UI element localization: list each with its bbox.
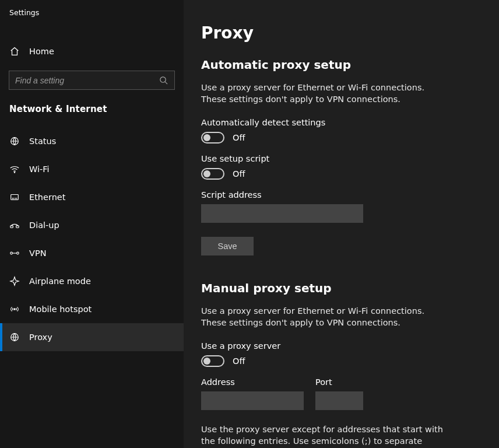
search-box[interactable] — [9, 71, 175, 90]
section-desc-auto: Use a proxy server for Ethernet or Wi-Fi… — [201, 82, 452, 105]
svg-point-8 — [14, 309, 15, 310]
sidebar-item-label: Ethernet — [29, 192, 65, 202]
exceptions-desc: Use the proxy server except for addresse… — [201, 424, 452, 448]
address-port-row: Address Port — [201, 377, 499, 410]
sidebar-item-dialup[interactable]: Dial-up — [0, 211, 184, 239]
sidebar: Settings Home Network & Internet — [0, 0, 184, 448]
sidebar-item-airplane[interactable]: Airplane mode — [0, 267, 184, 295]
sidebar-item-wifi[interactable]: Wi-Fi — [0, 155, 184, 183]
svg-point-2 — [14, 172, 15, 173]
label-use-script: Use setup script — [201, 154, 499, 163]
toggle-use-proxy[interactable]: Off — [201, 355, 499, 367]
main-content: Proxy Automatic proxy setup Use a proxy … — [184, 0, 499, 448]
sidebar-item-label: Wi-Fi — [29, 164, 50, 174]
nav-home-label: Home — [29, 47, 54, 56]
nav-home[interactable]: Home — [0, 39, 184, 64]
label-port: Port — [315, 377, 363, 387]
sidebar-item-label: Status — [29, 136, 56, 146]
sidebar-item-ethernet[interactable]: Ethernet — [0, 183, 184, 211]
label-script-address: Script address — [201, 190, 499, 200]
home-icon — [9, 46, 20, 57]
toggle-use-script[interactable]: Off — [201, 168, 499, 180]
app-title: Settings — [0, 6, 184, 17]
address-input[interactable] — [201, 391, 304, 410]
sidebar-item-label: Proxy — [29, 332, 52, 342]
toggle-switch[interactable] — [201, 132, 224, 144]
toggle-knob — [203, 170, 210, 177]
sidebar-item-label: Dial-up — [29, 220, 59, 230]
port-input[interactable] — [315, 391, 363, 410]
label-address: Address — [201, 377, 304, 387]
sidebar-item-label: VPN — [29, 249, 47, 258]
wifi-icon — [9, 164, 20, 174]
port-col: Port — [315, 377, 363, 410]
svg-rect-5 — [16, 226, 19, 228]
search-wrap — [0, 71, 184, 90]
label-auto-detect: Automatically detect settings — [201, 118, 499, 127]
section-heading-manual: Manual proxy setup — [201, 281, 499, 295]
ethernet-icon — [9, 192, 20, 202]
svg-point-0 — [160, 76, 166, 82]
sidebar-item-label: Airplane mode — [29, 276, 91, 286]
nav-list: Status Wi-Fi Ethernet — [0, 127, 184, 351]
page-title: Proxy — [201, 23, 499, 43]
section-desc-manual: Use a proxy server for Ethernet or Wi-Fi… — [201, 306, 452, 328]
sidebar-item-hotspot[interactable]: Mobile hotspot — [0, 295, 184, 323]
proxy-icon — [9, 332, 20, 342]
vpn-icon — [9, 248, 20, 258]
svg-rect-4 — [10, 226, 13, 228]
search-icon — [159, 76, 168, 85]
sidebar-item-label: Mobile hotspot — [29, 304, 92, 314]
airplane-icon — [9, 276, 20, 286]
sidebar-item-vpn[interactable]: VPN — [0, 239, 184, 267]
toggle-state: Off — [233, 356, 245, 366]
sidebar-item-status[interactable]: Status — [0, 127, 184, 155]
save-button[interactable]: Save — [201, 237, 254, 256]
dialup-icon — [9, 220, 20, 230]
toggle-switch[interactable] — [201, 168, 224, 180]
sidebar-item-proxy[interactable]: Proxy — [0, 323, 184, 351]
toggle-state: Off — [233, 169, 245, 178]
toggle-knob — [203, 134, 210, 141]
sidebar-category: Network & Internet — [0, 104, 184, 114]
status-icon — [9, 136, 20, 146]
toggle-knob — [203, 358, 210, 365]
script-address-input[interactable] — [201, 204, 363, 223]
label-use-proxy: Use a proxy server — [201, 341, 499, 351]
address-col: Address — [201, 377, 304, 410]
toggle-state: Off — [233, 133, 245, 142]
search-input[interactable] — [15, 76, 159, 85]
section-heading-auto: Automatic proxy setup — [201, 58, 499, 72]
toggle-auto-detect[interactable]: Off — [201, 132, 499, 144]
svg-rect-3 — [11, 195, 19, 200]
svg-point-6 — [10, 252, 13, 254]
svg-point-7 — [17, 252, 19, 254]
toggle-switch[interactable] — [201, 355, 224, 367]
hotspot-icon — [9, 304, 20, 314]
